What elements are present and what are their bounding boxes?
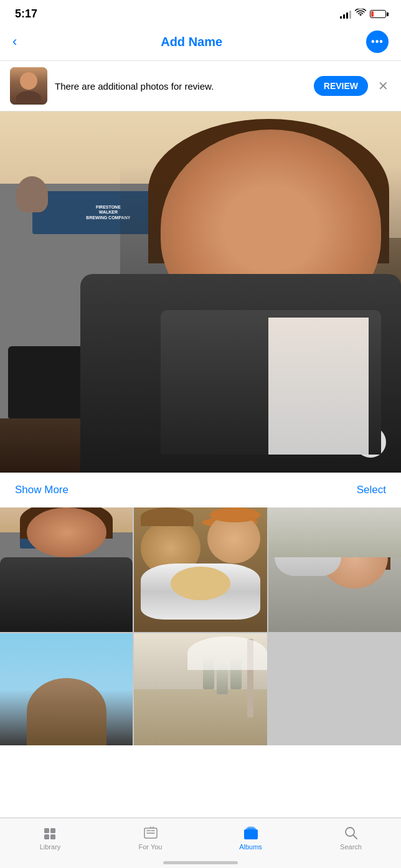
albums-label: Albums <box>239 843 262 851</box>
library-icon <box>42 826 59 841</box>
photo-scene: FIRESTONEWALKERBREWING COMPANY <box>0 111 401 473</box>
home-indicator <box>163 861 238 864</box>
grid-photo-5[interactable] <box>134 633 267 745</box>
svg-rect-1 <box>50 828 55 833</box>
review-banner: There are additional photos for review. … <box>0 60 401 111</box>
wifi-icon <box>355 9 366 19</box>
review-button[interactable]: REVIEW <box>314 76 368 96</box>
for-you-icon <box>142 826 159 841</box>
tab-albums[interactable]: Albums <box>200 823 301 853</box>
review-text: There are additional photos for review. <box>55 80 306 93</box>
photo-grid <box>0 507 401 745</box>
tab-bar: Library For You Albums <box>0 818 401 868</box>
svg-rect-7 <box>248 826 254 834</box>
albums-icon <box>242 826 260 841</box>
grid-photo-4[interactable] <box>0 633 133 745</box>
svg-rect-0 <box>44 828 49 833</box>
review-thumbnail <box>10 67 47 105</box>
svg-rect-3 <box>50 834 55 839</box>
select-button[interactable]: Select <box>357 484 386 496</box>
back-button[interactable]: ‹ <box>12 34 17 50</box>
grid-photo-3[interactable] <box>268 507 401 632</box>
more-button[interactable]: ••• <box>366 31 389 53</box>
tab-for-you[interactable]: For You <box>100 823 200 853</box>
close-button[interactable]: ✕ <box>375 76 391 96</box>
library-label: Library <box>40 843 61 851</box>
main-photo: FIRESTONEWALKERBREWING COMPANY <box>0 111 401 473</box>
status-bar: 5:17 <box>0 0 401 26</box>
signal-icon <box>340 10 351 19</box>
svg-rect-2 <box>44 834 49 839</box>
search-label: Search <box>340 843 362 851</box>
action-row: Show More Select <box>0 473 401 507</box>
more-dots-icon: ••• <box>371 36 384 47</box>
tab-search[interactable]: Search <box>301 823 401 853</box>
search-icon <box>342 826 360 841</box>
battery-icon <box>370 10 386 18</box>
show-more-button[interactable]: Show More <box>15 484 68 496</box>
for-you-label: For You <box>139 843 163 851</box>
nav-bar: ‹ Add Name ••• <box>0 26 401 60</box>
status-icons <box>340 9 386 19</box>
grid-photo-1[interactable] <box>0 507 133 632</box>
page-title: Add Name <box>161 35 222 49</box>
tab-library[interactable]: Library <box>0 823 100 853</box>
status-time: 5:17 <box>15 7 37 21</box>
svg-line-9 <box>353 835 357 839</box>
grid-photo-2[interactable] <box>134 507 267 632</box>
